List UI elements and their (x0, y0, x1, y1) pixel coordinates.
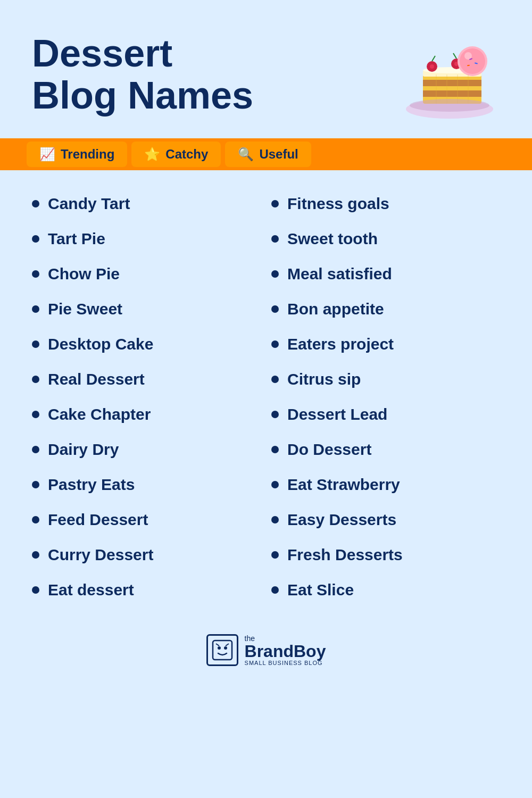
tab-catchy-label: Catchy (165, 147, 208, 162)
list-item-text: Feed Dessert (48, 511, 148, 529)
left-list-item: Pastry Eats (27, 467, 266, 502)
list-item-text: Eat dessert (48, 581, 134, 599)
svg-point-13 (460, 48, 485, 74)
bullet-icon (32, 586, 39, 594)
brandboy-icon (206, 634, 238, 666)
list-item-text: Citrus sip (287, 370, 361, 388)
tabs-container: 📈 Trending ⭐ Catchy 🔍 Useful (21, 138, 511, 170)
bullet-icon (32, 200, 39, 207)
list-item-text: Fitness goals (287, 195, 389, 213)
list-item-text: Real Dessert (48, 370, 145, 388)
bullet-icon (32, 305, 39, 313)
right-list-item: Eat Slice (266, 572, 505, 608)
bullet-icon (32, 446, 39, 453)
list-item-text: Eaters project (287, 335, 394, 353)
list-item-text: Do Dessert (287, 440, 371, 459)
svg-rect-23 (213, 641, 232, 660)
tab-useful-label: Useful (259, 147, 298, 162)
right-list-item: Easy Desserts (266, 502, 505, 537)
tab-trending-label: Trending (61, 147, 114, 162)
tab-right-accent (511, 138, 532, 170)
left-list-item: Real Dessert (27, 362, 266, 397)
bullet-icon (32, 376, 39, 383)
tab-left-accent (0, 138, 21, 170)
tab-trending[interactable]: 📈 Trending (27, 142, 127, 167)
footer-logo: the BrandBoy SMALL BUSINESS BLOG (0, 618, 532, 677)
bullet-icon (271, 586, 279, 594)
left-list-item: Pie Sweet (27, 292, 266, 327)
svg-point-8 (430, 64, 434, 69)
title-line1: Dessert (32, 32, 172, 74)
left-list-item: Candy Tart (27, 186, 266, 221)
bullet-icon (32, 235, 39, 243)
logo-sub: SMALL BUSINESS BLOG (245, 660, 323, 666)
svg-point-14 (464, 52, 472, 60)
right-list-item: Citrus sip (266, 362, 505, 397)
svg-line-7 (432, 56, 435, 61)
left-list-item: Curry Dessert (27, 537, 266, 572)
bullet-icon (32, 270, 39, 278)
svg-rect-2 (423, 80, 481, 86)
right-list-item: Do Dessert (266, 432, 505, 467)
trending-icon: 📈 (39, 147, 55, 162)
right-list-item: Fresh Desserts (266, 537, 505, 572)
bullet-icon (32, 340, 39, 348)
right-list-item: Bon appetite (266, 292, 505, 327)
title-block: Dessert Blog Names (32, 32, 378, 117)
bullet-icon (32, 411, 39, 418)
list-item-text: Candy Tart (48, 195, 130, 213)
list-item-text: Meal satisfied (287, 265, 392, 283)
list-item-text: Dairy Dry (48, 440, 119, 459)
left-list-item: Feed Dessert (27, 502, 266, 537)
left-list-item: Tart Pie (27, 221, 266, 256)
list-item-text: Cake Chapter (48, 405, 151, 423)
list-item-text: Dessert Lead (287, 405, 387, 423)
left-list-item: Dairy Dry (27, 432, 266, 467)
bullet-icon (271, 305, 279, 313)
left-list-item: Chow Pie (27, 256, 266, 292)
list-item-text: Fresh Desserts (287, 546, 403, 564)
right-list-item: Eaters project (266, 327, 505, 362)
bullet-icon (271, 200, 279, 207)
right-list-item: Dessert Lead (266, 397, 505, 432)
list-item-text: Easy Desserts (287, 511, 396, 529)
svg-rect-3 (423, 90, 481, 97)
bullet-icon (271, 235, 279, 243)
title-line2: Blog Names (32, 74, 253, 117)
bullet-icon (32, 551, 39, 559)
content-section: Candy TartTart PieChow PiePie SweetDeskt… (0, 170, 532, 618)
list-item-text: Curry Dessert (48, 546, 153, 564)
list-item-text: Eat Strawberry (287, 476, 400, 494)
svg-point-22 (410, 99, 489, 112)
left-list: Candy TartTart PieChow PiePie SweetDeskt… (27, 186, 266, 608)
list-item-text: Chow Pie (48, 265, 120, 283)
bullet-icon (271, 551, 279, 559)
right-list-item: Meal satisfied (266, 256, 505, 292)
right-list-item: Sweet tooth (266, 221, 505, 256)
list-item-text: Sweet tooth (287, 230, 378, 248)
bullet-icon (32, 481, 39, 488)
right-list: Fitness goalsSweet toothMeal satisfiedBo… (266, 186, 505, 608)
left-list-item: Eat dessert (27, 572, 266, 608)
tab-useful[interactable]: 🔍 Useful (225, 142, 311, 167)
bullet-icon (271, 446, 279, 453)
svg-point-25 (224, 646, 227, 650)
bullet-icon (271, 270, 279, 278)
list-item-text: Pie Sweet (48, 300, 122, 318)
list-item-text: Bon appetite (287, 300, 384, 318)
logo-brand: BrandBoy (245, 643, 326, 660)
svg-line-10 (453, 53, 456, 59)
bullet-icon (271, 376, 279, 383)
useful-icon: 🔍 (238, 147, 254, 162)
logo-text: the BrandBoy SMALL BUSINESS BLOG (245, 634, 326, 666)
tab-catchy[interactable]: ⭐ Catchy (131, 142, 221, 167)
right-list-item: Eat Strawberry (266, 467, 505, 502)
list-item-text: Pastry Eats (48, 476, 135, 494)
bullet-icon (271, 481, 279, 488)
cake-illustration (394, 27, 500, 122)
right-list-item: Fitness goals (266, 186, 505, 221)
bullet-icon (271, 411, 279, 418)
left-list-item: Cake Chapter (27, 397, 266, 432)
bullet-icon (271, 516, 279, 523)
left-list-item: Desktop Cake (27, 327, 266, 362)
